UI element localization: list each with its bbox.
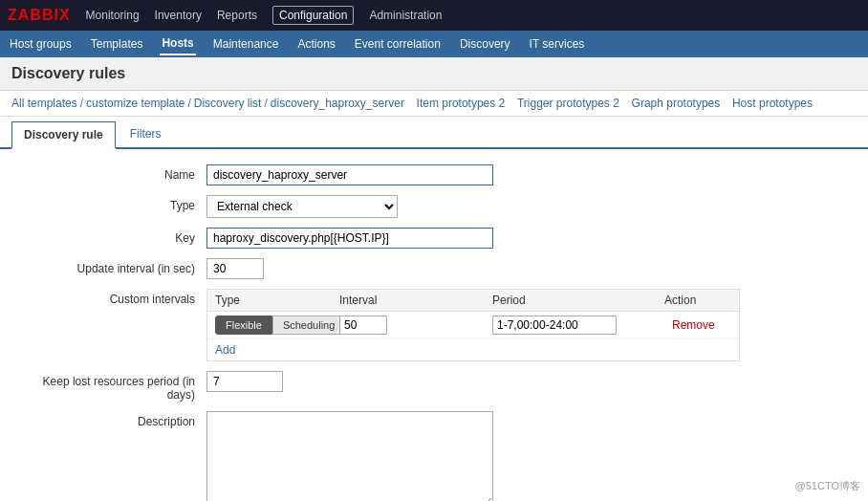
type-label: Type [15,195,206,212]
action-col: Remove [664,318,731,332]
breadcrumb-sep-4 [407,97,414,110]
type-row: Type External check [15,195,853,218]
keep-lost-field [206,371,853,392]
description-field [206,411,853,501]
update-interval-field [206,258,853,279]
breadcrumb: All templates / customize template / Dis… [0,91,868,117]
col-header-type: Type [215,294,339,307]
key-label: Key [15,228,206,245]
breadcrumb-host-prototypes[interactable]: Host prototypes [732,97,813,110]
col-header-action: Action [664,294,731,307]
keep-lost-label: Keep lost resources period (in days) [15,371,206,402]
breadcrumb-discovery-list[interactable]: Discovery list [194,97,262,110]
breadcrumb-sep-5 [508,97,514,110]
key-row: Key [15,228,853,249]
breadcrumb-customize-template[interactable]: customize template [86,97,184,110]
breadcrumb-sep-1: / [80,97,83,110]
breadcrumb-sep-3: / [264,97,267,110]
zabbix-logo: ZABBIX [8,7,71,24]
interval-row: Flexible Scheduling Remove [207,312,739,339]
period-input[interactable] [492,316,617,335]
custom-intervals-label: Custom intervals [15,289,206,306]
interval-value-col [339,316,492,335]
name-row: Name [15,164,853,185]
tab-discovery-rule[interactable]: Discovery rule [11,121,116,149]
add-interval-row: Add [207,339,739,360]
type-buttons: Flexible Scheduling [215,316,339,335]
update-interval-label: Update interval (in sec) [15,258,206,275]
nav-event-correlation[interactable]: Event correlation [353,33,443,54]
custom-intervals-row: Custom intervals Type Interval Period Ac… [15,289,853,361]
col-header-period: Period [492,294,664,307]
keep-lost-input[interactable] [206,371,283,392]
update-interval-input[interactable] [206,258,264,279]
nav-hosts[interactable]: Hosts [160,33,195,55]
description-row: Description [15,411,853,501]
key-input[interactable] [206,228,493,249]
interval-type-col: Flexible Scheduling [215,316,339,335]
col-header-interval: Interval [339,294,492,307]
keep-lost-row: Keep lost resources period (in days) [15,371,853,402]
nav-templates[interactable]: Templates [89,33,145,54]
top-navigation: ZABBIX Monitoring Inventory Reports Conf… [0,0,868,31]
nav-discovery[interactable]: Discovery [458,33,512,54]
breadcrumb-all-templates[interactable]: All templates [11,97,77,110]
key-field [206,228,853,249]
interval-input[interactable] [339,316,387,335]
add-interval-link[interactable]: Add [207,339,243,360]
type-select[interactable]: External check [206,195,398,218]
flexible-button[interactable]: Flexible [215,316,272,335]
breadcrumb-item-prototypes[interactable]: Item prototypes 2 [417,97,506,110]
second-navigation: Host groups Templates Hosts Maintenance … [0,31,868,57]
breadcrumb-sep-7 [723,97,729,110]
nav-inventory[interactable]: Inventory [155,9,202,22]
remove-interval-link[interactable]: Remove [672,318,715,332]
type-field: External check [206,195,853,218]
name-label: Name [15,164,206,182]
intervals-header: Type Interval Period Action [207,290,739,312]
intervals-table: Type Interval Period Action Flexible Sch… [206,289,740,361]
breadcrumb-sep-2: / [187,97,190,110]
nav-actions[interactable]: Actions [295,33,336,54]
update-interval-row: Update interval (in sec) [15,258,853,279]
tab-bar: Discovery rule Filters [0,117,868,149]
nav-reports[interactable]: Reports [217,9,257,22]
breadcrumb-graph-prototypes[interactable]: Graph prototypes [632,97,721,110]
tab-filters[interactable]: Filters [118,120,174,147]
main-content: Name Type External check Key Update inte… [0,149,868,501]
nav-configuration[interactable]: Configuration [272,6,354,25]
nav-monitoring[interactable]: Monitoring [86,9,140,22]
page-title: Discovery rules [0,57,868,91]
breadcrumb-discovery-haproxy[interactable]: discovery_haproxy_server [271,97,404,110]
description-label: Description [15,411,206,428]
nav-maintenance[interactable]: Maintenance [211,33,281,54]
period-col [492,316,664,335]
nav-it-services[interactable]: IT services [528,33,587,54]
scheduling-button[interactable]: Scheduling [272,316,345,335]
breadcrumb-trigger-prototypes[interactable]: Trigger prototypes 2 [517,97,619,110]
watermark: @51CTO博客 [795,479,860,493]
description-textarea[interactable] [206,411,493,501]
breadcrumb-sep-6 [622,97,629,110]
name-input[interactable] [206,164,493,185]
custom-intervals-field: Type Interval Period Action Flexible Sch… [206,289,853,361]
name-field [206,164,853,185]
nav-host-groups[interactable]: Host groups [8,33,74,54]
nav-administration[interactable]: Administration [369,9,442,22]
